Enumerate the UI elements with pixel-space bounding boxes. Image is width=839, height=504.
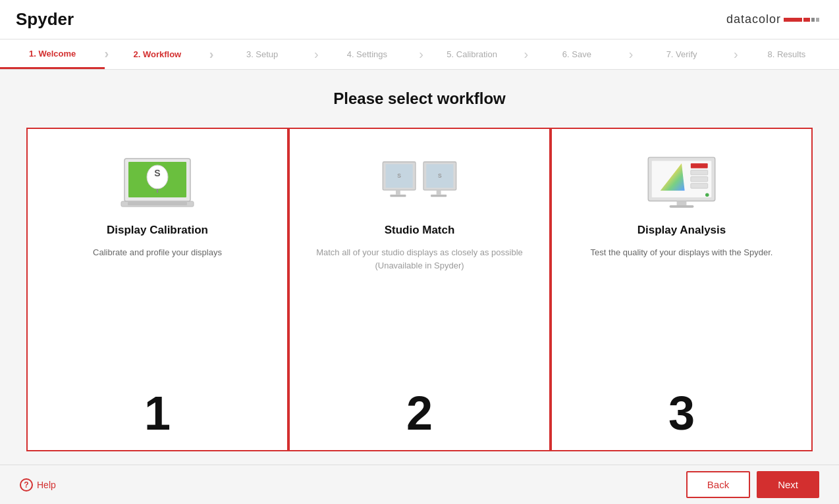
card2-number: 2 xyxy=(406,390,433,437)
help-label: Help xyxy=(37,480,56,490)
card2-desc: Match all of your studio displays as clo… xyxy=(316,246,523,272)
workflow-cards: S Display Calibration Calibrate and prof… xyxy=(26,128,813,451)
studio-match-icon: S S xyxy=(380,149,459,214)
card2-title: Studio Match xyxy=(385,224,455,237)
card1-title: Display Calibration xyxy=(107,224,208,237)
svg-rect-25 xyxy=(691,163,708,168)
nav-buttons: Back Next xyxy=(686,471,819,498)
svg-rect-1 xyxy=(803,18,810,22)
stepper: 1. Welcome 2. Workflow 3. Setup 4. Setti… xyxy=(0,39,839,70)
svg-text:S: S xyxy=(397,172,401,179)
logo-bar xyxy=(784,16,823,23)
help-icon: ? xyxy=(20,478,33,491)
step-verify[interactable]: 7. Verify xyxy=(630,39,734,69)
step-welcome[interactable]: 1. Welcome xyxy=(0,39,105,69)
svg-rect-21 xyxy=(431,195,447,197)
logo-text: datacolor xyxy=(726,13,781,26)
next-button[interactable]: Next xyxy=(757,471,819,498)
card1-number: 1 xyxy=(144,390,171,437)
svg-point-29 xyxy=(705,193,709,197)
card1-desc: Calibrate and profile your displays xyxy=(93,246,222,259)
svg-rect-3 xyxy=(816,18,819,22)
card3-number: 3 xyxy=(668,390,695,437)
svg-rect-26 xyxy=(691,170,708,174)
svg-rect-16 xyxy=(390,195,406,197)
svg-rect-15 xyxy=(396,190,400,195)
svg-rect-11 xyxy=(128,202,187,205)
footer: ? Help Back Next xyxy=(0,465,839,504)
main-content: Please select workflow S xyxy=(0,70,839,465)
card3-title: Display Analysis xyxy=(637,224,726,237)
svg-rect-31 xyxy=(670,205,694,208)
display-calibration-icon: S xyxy=(118,149,197,214)
logo: datacolor xyxy=(726,13,823,26)
step-settings[interactable]: 4. Settings xyxy=(315,39,420,69)
card-studio-match[interactable]: S S Studio Match Match all of your studi… xyxy=(288,128,551,451)
svg-rect-27 xyxy=(691,177,708,182)
step-calibration[interactable]: 5. Calibration xyxy=(420,39,524,69)
display-analysis-icon xyxy=(642,149,721,214)
header: Spyder datacolor xyxy=(0,0,839,39)
page-title: Please select workflow xyxy=(333,89,505,108)
step-save[interactable]: 6. Save xyxy=(524,39,629,69)
step-setup[interactable]: 3. Setup xyxy=(210,39,315,69)
app-title: Spyder xyxy=(16,9,74,30)
svg-rect-0 xyxy=(784,18,802,22)
svg-rect-20 xyxy=(437,190,441,195)
card-display-analysis[interactable]: Display Analysis Test the quality of you… xyxy=(551,128,813,451)
back-button[interactable]: Back xyxy=(686,471,750,498)
step-results[interactable]: 8. Results xyxy=(734,39,839,69)
step-workflow[interactable]: 2. Workflow xyxy=(105,39,209,69)
svg-rect-28 xyxy=(691,184,708,188)
svg-rect-2 xyxy=(811,18,815,22)
svg-rect-30 xyxy=(677,201,687,205)
card3-desc: Test the quality of your displays with t… xyxy=(591,246,773,259)
svg-text:S: S xyxy=(438,172,442,179)
card-display-calibration[interactable]: S Display Calibration Calibrate and prof… xyxy=(26,128,288,451)
help-button[interactable]: ? Help xyxy=(20,478,56,491)
svg-text:S: S xyxy=(154,168,160,178)
